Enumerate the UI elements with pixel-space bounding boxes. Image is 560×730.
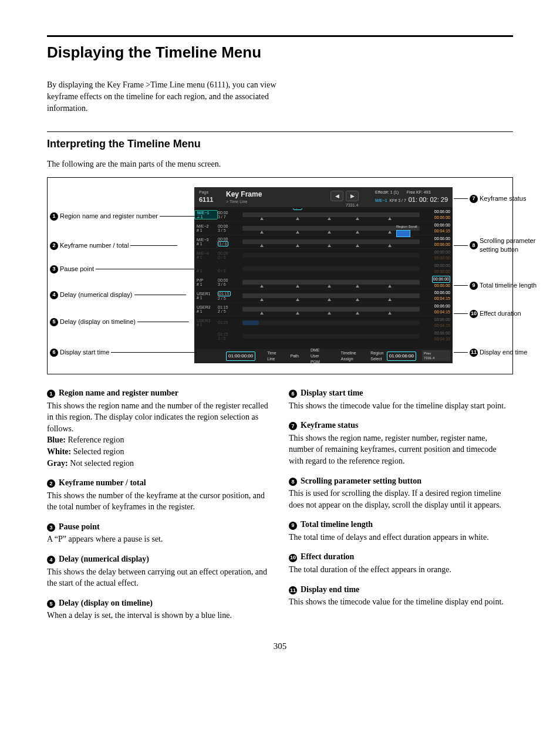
item-body: This shows the region name, register num… — [289, 432, 513, 467]
next-button[interactable]: ▶ — [346, 191, 359, 201]
callout-11: Display end time — [480, 348, 527, 357]
lead-text: The following are the main parts of the … — [47, 158, 513, 170]
item-title: Display start time — [301, 387, 363, 399]
footer-btn-path[interactable]: Path — [290, 353, 298, 359]
footer-btn-assign[interactable]: Timeline Assign — [341, 350, 359, 362]
breadcrumb: > Time Line — [226, 199, 247, 205]
track-end-times: 00:06:0000:06:00 — [422, 236, 453, 248]
region-label: # 1 — [194, 265, 218, 273]
region-label: USER3# 1 — [194, 319, 218, 327]
page-number-value: 6111 — [199, 195, 213, 204]
item-badge: 10 — [289, 554, 297, 562]
footer-btn-timeline[interactable]: Time Line — [267, 350, 278, 362]
timeline-lane[interactable] — [242, 280, 420, 285]
page-title: Displaying the Timeline Menu — [47, 42, 513, 63]
item-title: Delay (display on timeline) — [59, 597, 153, 609]
item-title: Scrolling parameter setting button — [301, 475, 421, 487]
description-item: 10Effect durationThe total duration of t… — [289, 551, 513, 575]
callout-badge-5: 5 — [50, 318, 58, 326]
item-extra: White: Selected region — [47, 446, 271, 458]
track-row: P/P# 100:003 / 600:06:0000:06:00 — [194, 276, 453, 289]
item-badge: 9 — [289, 522, 297, 530]
item-title: Effect duration — [301, 551, 354, 563]
timeline-figure: Page 6111 Key Frame > Time Line ◀ ▶ 7331… — [47, 177, 513, 374]
timeline-lane[interactable] — [242, 239, 420, 244]
item-badge: 3 — [47, 523, 55, 532]
track-row: M/E−1# 100:003 / 7P00:06:0000:06:00 — [194, 208, 453, 222]
description-item: 8Scrolling parameter setting buttonThis … — [289, 475, 513, 511]
prev-button[interactable]: ◀ — [330, 191, 343, 201]
track-info: 01:15 — [218, 320, 240, 325]
timeline-lane[interactable] — [242, 253, 420, 258]
callout-badge-6: 6 — [50, 349, 58, 357]
track-info: 00:003 / 6 — [218, 278, 240, 286]
menu-panel: Page 6111 Key Frame > Time Line ◀ ▶ 7331… — [194, 187, 453, 363]
track-row: M/E−2# 100:003 / 500:06:0000:04:15Region… — [194, 222, 453, 235]
callout-badge-4: 4 — [50, 291, 58, 299]
timeline-lane[interactable] — [242, 320, 420, 325]
track-info: 00:003 / 7 — [218, 211, 240, 219]
timeline-lane[interactable] — [242, 226, 420, 231]
track-end-times: 00:06:0000:04:15 — [422, 290, 453, 302]
track-info: 01:152 / 5 — [218, 291, 240, 300]
item-title: Region name and register number — [59, 387, 178, 399]
prev-page-box[interactable]: Prev7331.4 — [422, 350, 450, 361]
item-title: Delay (numerical display) — [59, 553, 149, 565]
item-badge: 8 — [289, 478, 297, 486]
region-label: M/E−2# 1 — [194, 224, 218, 232]
footer-btn-dme[interactable]: DME User PGM — [311, 347, 329, 364]
region-label: M/E−3# 1 — [194, 238, 218, 246]
item-body: When a delay is set, the interval is sho… — [47, 610, 271, 621]
track-end-times: 00:00:0000:00:00 — [422, 263, 453, 275]
track-info: 01:153 / 5 — [218, 332, 240, 340]
description-item: 2Keyframe number / totalThis shows the n… — [47, 477, 271, 513]
item-extra: Blue: Reference region — [47, 434, 271, 446]
description-item: 6Display start timeThis shows the timeco… — [289, 387, 513, 411]
description-item: 9Total timeline lengthThe total time of … — [289, 519, 513, 543]
timeline-lane[interactable] — [242, 334, 420, 339]
sub-page-number: 7331.4 — [346, 202, 358, 208]
display-start-time[interactable]: 01:00:00:00 — [226, 352, 255, 360]
timeline-lane[interactable]: P — [242, 212, 420, 217]
region-label: M/E−4# 1 — [194, 251, 218, 259]
footer-btn-region[interactable]: Region Select — [370, 350, 386, 362]
track-row: M/E−4# 100:000 / 000:00:0000:00:00 — [194, 249, 453, 262]
display-end-time[interactable]: 01:00:06:00 — [387, 352, 416, 360]
item-extra: Gray: Not selected region — [47, 458, 271, 469]
timeline-lane[interactable] — [242, 293, 420, 298]
page-number: 305 — [47, 640, 513, 653]
track-info: 00:000 / 0 — [218, 251, 240, 259]
callout-10: Effect duration — [480, 309, 521, 318]
description-item: 4Delay (numerical display)This shows the… — [47, 553, 271, 589]
timeline-lane[interactable] — [242, 266, 420, 271]
callout-badge-7: 7 — [470, 195, 478, 203]
panel-footer: 01:00:00:00 Time Line Path DME User PGM … — [194, 349, 453, 363]
callout-badge-8: 8 — [470, 241, 478, 249]
callout-badge-1: 1 — [50, 212, 58, 221]
item-badge: 4 — [47, 556, 55, 564]
track-end-times: 00:06:0000:04:15 — [422, 317, 453, 329]
description-item: 1Region name and register numberThis sho… — [47, 387, 271, 469]
item-badge: 11 — [289, 586, 297, 594]
panel-header: Page 6111 Key Frame > Time Line ◀ ▶ 7331… — [194, 187, 453, 207]
callout-7: Keyframe status — [480, 194, 526, 203]
track-end-times: 00:06:0000:06:00 — [422, 276, 453, 289]
track-end-times: 00:00:0000:00:00 — [422, 249, 453, 261]
callout-3: Pause point — [60, 265, 94, 273]
panel-title: Key Frame — [226, 190, 262, 200]
item-body: This shows the number of the keyframe at… — [47, 490, 271, 513]
timeline-lane[interactable] — [242, 307, 420, 312]
track-row: USER2# 101:152 / 500:06:0000:04:15 — [194, 303, 453, 316]
item-badge: 2 — [47, 479, 55, 488]
track-row: USER1# 101:152 / 500:06:0000:04:15 — [194, 289, 453, 303]
callout-4: Delay (numerical display) — [60, 290, 133, 299]
region-label — [194, 334, 218, 338]
track-end-times: 00:06:0000:04:15 — [422, 303, 453, 315]
callout-badge-10: 10 — [470, 310, 478, 318]
description-item: 7Keyframe statusThis shows the region na… — [289, 420, 513, 467]
track-info: 01:152 / 5 — [218, 305, 240, 313]
description-item: 11Display end timeThis shows the timecod… — [289, 584, 513, 608]
item-title: Display end time — [301, 584, 359, 596]
description-item: 3Pause pointA “P” appears where a pause … — [47, 521, 271, 545]
callout-9: Total timeline length — [480, 281, 537, 290]
